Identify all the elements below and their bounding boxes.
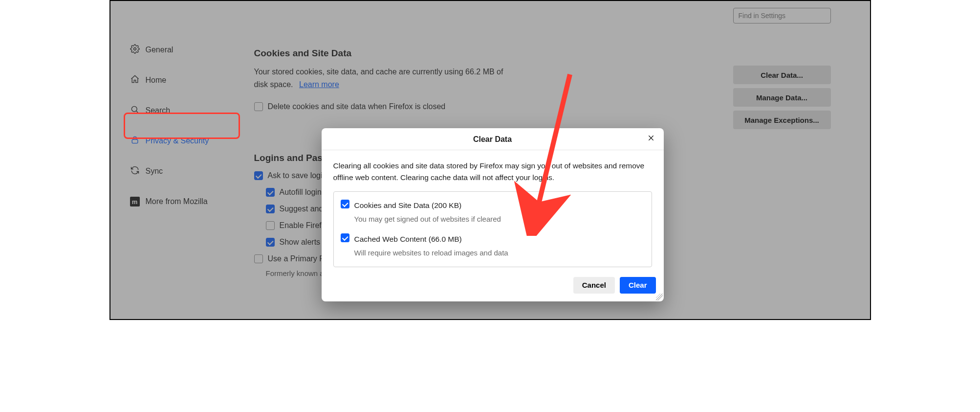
cookies-option-checkbox[interactable]: [341, 200, 349, 208]
delete-on-close-checkbox[interactable]: [254, 102, 263, 111]
suggest-checkbox[interactable]: [266, 205, 275, 213]
sidebar-item-home[interactable]: Home: [125, 70, 247, 90]
dialog-title: Clear Data: [473, 135, 512, 143]
home-icon: [130, 74, 140, 86]
dialog-description: Clearing all cookies and site data store…: [333, 160, 652, 183]
mozilla-icon: m: [130, 197, 140, 206]
ask-save-checkbox[interactable]: [254, 171, 263, 180]
cache-option-label: Cached Web Content (66.0 MB): [354, 233, 508, 245]
manage-data-button[interactable]: Manage Data...: [733, 88, 831, 107]
svg-rect-2: [132, 139, 138, 143]
autofill-checkbox[interactable]: [266, 188, 275, 197]
sync-icon: [130, 165, 140, 177]
learn-more-link[interactable]: Learn more: [299, 80, 339, 89]
section-title-cookies: Cookies and Site Data: [254, 48, 831, 59]
clear-data-button[interactable]: Clear Data...: [733, 66, 831, 84]
sidebar-item-label: Privacy & Security: [146, 137, 209, 145]
sidebar-item-search[interactable]: Search: [125, 101, 247, 120]
svg-point-0: [133, 48, 136, 50]
clear-button[interactable]: Clear: [620, 277, 656, 294]
cookies-storage-text: Your stored cookies, site data, and cach…: [254, 66, 518, 91]
resize-grip[interactable]: [656, 294, 663, 300]
sidebar-item-label: Sync: [146, 167, 163, 176]
close-icon: [647, 134, 655, 144]
dialog-option-box: Cookies and Site Data (200 KB) You may g…: [333, 191, 652, 267]
cookies-option-label: Cookies and Site Data (200 KB): [354, 200, 501, 211]
cache-option-sub: Will require websites to reload images a…: [354, 247, 508, 258]
search-icon: [130, 105, 140, 116]
gear-icon: [130, 44, 140, 56]
svg-point-1: [131, 106, 137, 112]
sidebar-item-more-mozilla[interactable]: m More from Mozilla: [125, 192, 247, 211]
search-input[interactable]: [733, 8, 831, 23]
cache-option-checkbox[interactable]: [341, 233, 349, 242]
manage-exceptions-button[interactable]: Manage Exceptions...: [733, 111, 831, 129]
sidebar-item-sync[interactable]: Sync: [125, 161, 247, 181]
show-alerts-checkbox[interactable]: [266, 238, 275, 247]
lock-icon: [130, 135, 140, 147]
sidebar: General Home Search Privacy & Security: [110, 1, 247, 319]
sidebar-item-label: More from Mozilla: [146, 197, 208, 206]
sidebar-item-label: General: [146, 46, 174, 54]
delete-on-close-label: Delete cookies and site data when Firefo…: [268, 102, 446, 111]
close-button[interactable]: [645, 133, 657, 145]
clear-data-dialog: Clear Data Clearing all cookies and site…: [322, 128, 664, 301]
cookies-option-sub: You may get signed out of websites if cl…: [354, 213, 501, 225]
cancel-button[interactable]: Cancel: [573, 277, 615, 294]
sidebar-item-privacy-security[interactable]: Privacy & Security: [125, 131, 247, 151]
enable-relay-checkbox[interactable]: [266, 221, 275, 230]
sidebar-item-label: Home: [146, 76, 167, 85]
sidebar-item-general[interactable]: General: [125, 40, 247, 60]
sidebar-item-label: Search: [146, 106, 171, 115]
use-primary-checkbox[interactable]: [254, 254, 263, 263]
